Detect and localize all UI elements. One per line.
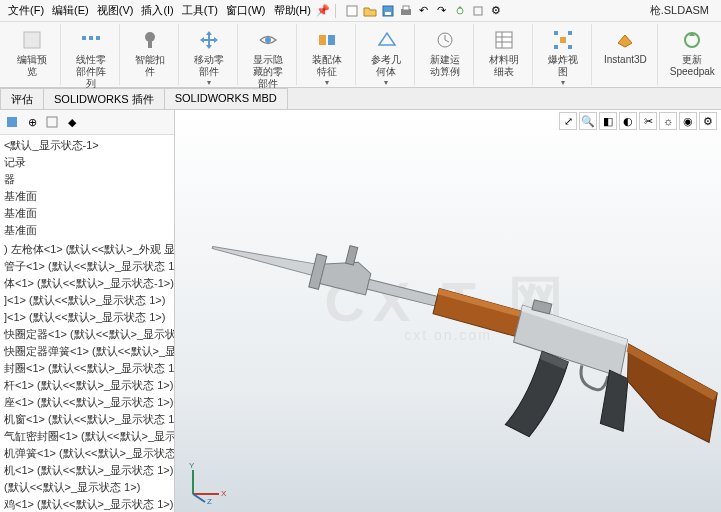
menu-view[interactable]: 视图(V) <box>93 1 138 20</box>
tab-evaluate[interactable]: 评估 <box>0 88 44 109</box>
print-icon[interactable] <box>398 3 414 19</box>
appearance-icon[interactable]: ◉ <box>679 112 697 130</box>
rebuild-icon[interactable] <box>452 3 468 19</box>
new-motion-study-button[interactable]: 新建运动算例 <box>423 26 467 80</box>
tree-item[interactable]: (默认<<默认>_显示状态 1>) <box>0 479 174 496</box>
graphics-viewport[interactable]: ⤢ 🔍 ◧ ◐ ✂ ☼ ◉ ⚙ CX T 网 cxt on.com <box>175 110 721 512</box>
dim-expert-icon[interactable]: ◆ <box>64 114 80 130</box>
undo-icon[interactable]: ↶ <box>416 3 432 19</box>
settings-icon[interactable]: ⚙ <box>488 3 504 19</box>
tree-item[interactable]: 基准面 <box>0 222 174 239</box>
smart-fasteners-button[interactable]: 智能扣件 <box>128 26 172 80</box>
svg-rect-2 <box>385 12 391 15</box>
separator <box>335 4 336 18</box>
tree-item[interactable]: <默认_显示状态-1> <box>0 137 174 154</box>
tree-item[interactable]: 体<1> (默认<<默认>_显示状态-1>) <box>0 275 174 292</box>
svg-rect-6 <box>474 7 482 15</box>
svg-rect-15 <box>328 35 335 45</box>
svg-text:X: X <box>221 489 227 498</box>
move-component-button[interactable]: 移动零部件▾ <box>187 26 231 89</box>
svg-text:Z: Z <box>207 497 212 504</box>
menu-tools[interactable]: 工具(T) <box>178 1 222 20</box>
command-tabs: 评估 SOLIDWORKS 插件 SOLIDWORKS MBD <box>0 88 721 110</box>
tree-item[interactable]: 机窗<1> (默认<<默认>_显示状态 1>) <box>0 411 174 428</box>
section-view-icon[interactable]: ✂ <box>639 112 657 130</box>
zoom-area-icon[interactable]: 🔍 <box>579 112 597 130</box>
svg-rect-21 <box>560 37 566 43</box>
tree-item[interactable]: 基准面 <box>0 188 174 205</box>
redo-icon[interactable]: ↷ <box>434 3 450 19</box>
tree-item[interactable]: 机弹簧<1> (默认<<默认>_显示状态 1>) <box>0 445 174 462</box>
menu-edit[interactable]: 编辑(E) <box>48 1 93 20</box>
menu-insert[interactable]: 插入(I) <box>137 1 177 20</box>
zoom-fit-icon[interactable]: ⤢ <box>559 112 577 130</box>
svg-marker-34 <box>212 239 322 277</box>
update-speedpak-button[interactable]: 更新Speedpak <box>666 26 719 80</box>
svg-point-13 <box>265 37 271 43</box>
svg-point-5 <box>457 8 463 14</box>
open-icon[interactable] <box>362 3 378 19</box>
ref-geometry-button[interactable]: 参考几何体▾ <box>364 26 408 89</box>
main-area: ⊕ ◆ <默认_显示状态-1>记录器基准面基准面基准面) 左枪体<1> (默认<… <box>0 110 721 512</box>
panel-tabs: ⊕ ◆ <box>0 110 174 135</box>
feature-manager-panel: ⊕ ◆ <默认_显示状态-1>记录器基准面基准面基准面) 左枪体<1> (默认<… <box>0 110 175 512</box>
config-manager-icon[interactable] <box>44 114 60 130</box>
view-orientation-icon[interactable]: ◧ <box>599 112 617 130</box>
tree-item[interactable]: 气缸密封圈<1> (默认<<默认>_显示状态 <box>0 428 174 445</box>
svg-text:Y: Y <box>189 461 195 470</box>
quick-access-toolbar: ↶ ↷ ⚙ <box>344 3 504 19</box>
assembly-features-button[interactable]: 装配体特征▾ <box>305 26 349 89</box>
tree-item[interactable]: 管子<1> (默认<<默认>_显示状态 1>) <box>0 258 174 275</box>
pushpin-icon[interactable]: 📌 <box>315 3 331 19</box>
menu-file[interactable]: 文件(F) <box>4 1 48 20</box>
feature-tree[interactable]: <默认_显示状态-1>记录器基准面基准面基准面) 左枪体<1> (默认<<默认>… <box>0 135 174 512</box>
svg-rect-37 <box>367 279 437 306</box>
tree-item[interactable]: 座<1> (默认<<默认>_显示状态 1>) <box>0 394 174 411</box>
tree-item[interactable]: 基准面 <box>0 205 174 222</box>
instant3d-button[interactable]: Instant3D <box>600 26 651 68</box>
svg-rect-12 <box>148 39 152 48</box>
tree-item[interactable]: ]<1> (默认<<默认>_显示状态 1>) <box>0 292 174 309</box>
bom-button[interactable]: 材料明细表 <box>482 26 526 80</box>
svg-rect-14 <box>319 35 326 45</box>
menu-bar: 文件(F) 编辑(E) 视图(V) 插入(I) 工具(T) 窗口(W) 帮助(H… <box>0 0 721 22</box>
svg-rect-25 <box>568 45 572 49</box>
scene-icon[interactable]: ☼ <box>659 112 677 130</box>
tree-item[interactable]: 杆<1> (默认<<默认>_显示状态 1>) <box>0 377 174 394</box>
tab-sw-plugin[interactable]: SOLIDWORKS 插件 <box>43 88 165 109</box>
menu-help[interactable]: 帮助(H) <box>270 1 315 20</box>
tree-item[interactable]: 快圈定器弹簧<1> (默认<<默认>_显示状 <box>0 343 174 360</box>
tree-item[interactable]: 封圈<1> (默认<<默认>_显示状态 1>) <box>0 360 174 377</box>
svg-rect-24 <box>554 45 558 49</box>
svg-rect-17 <box>496 32 512 48</box>
edit-preview-button[interactable]: 编辑预览 <box>10 26 54 80</box>
tree-item[interactable]: ]<1> (默认<<默认>_显示状态 1>) <box>0 309 174 326</box>
property-manager-icon[interactable]: ⊕ <box>24 114 40 130</box>
svg-rect-9 <box>89 36 93 40</box>
show-hidden-button[interactable]: 显示隐藏的零部件 <box>246 26 290 92</box>
heads-up-toolbar: ⤢ 🔍 ◧ ◐ ✂ ☼ ◉ ⚙ <box>559 112 717 130</box>
tree-item[interactable]: 机<1> (默认<<默认>_显示状态 1>) <box>0 462 174 479</box>
new-icon[interactable] <box>344 3 360 19</box>
tree-item[interactable]: 快圈定器<1> (默认<<默认>_显示状态 1 <box>0 326 174 343</box>
svg-rect-7 <box>24 32 40 48</box>
svg-rect-23 <box>568 31 572 35</box>
view-settings-icon[interactable]: ⚙ <box>699 112 717 130</box>
view-triad[interactable]: Y X Z <box>183 460 227 504</box>
tree-item[interactable]: 鸡<1> (默认<<默认>_显示状态 1>) <box>0 496 174 512</box>
document-title: 枪.SLDASM <box>650 3 717 18</box>
exploded-view-button[interactable]: 爆炸视图▾ <box>541 26 585 89</box>
tab-sw-mbd[interactable]: SOLIDWORKS MBD <box>164 88 288 109</box>
feature-tree-icon[interactable] <box>4 114 20 130</box>
save-icon[interactable] <box>380 3 396 19</box>
tree-item[interactable]: 记录 <box>0 154 174 171</box>
menu-window[interactable]: 窗口(W) <box>222 1 270 20</box>
options-icon[interactable] <box>470 3 486 19</box>
svg-rect-32 <box>7 117 17 127</box>
tree-item[interactable]: ) 左枪体<1> (默认<<默认>_外观 显示状 <box>0 241 174 258</box>
svg-line-43 <box>193 494 205 502</box>
tree-item[interactable]: 器 <box>0 171 174 188</box>
svg-rect-0 <box>347 6 357 16</box>
display-style-icon[interactable]: ◐ <box>619 112 637 130</box>
svg-rect-8 <box>82 36 86 40</box>
